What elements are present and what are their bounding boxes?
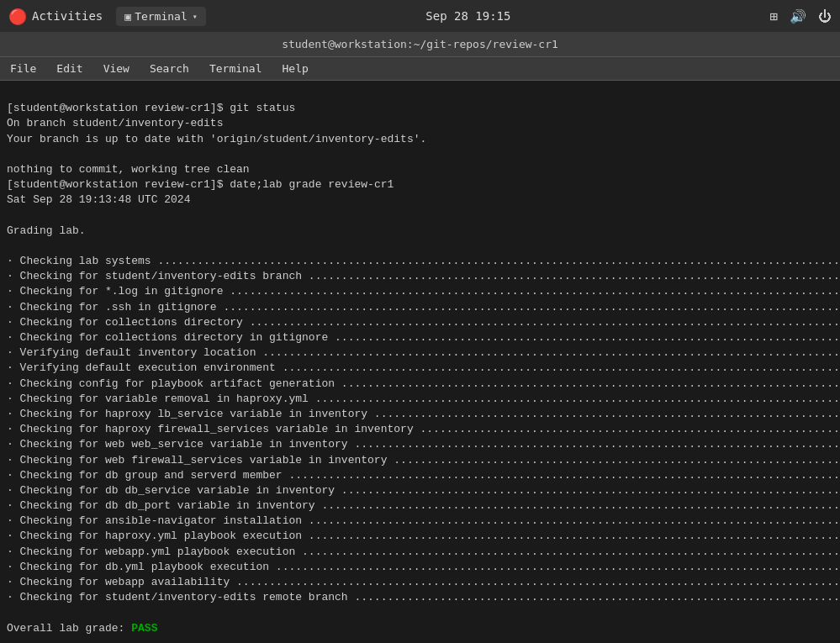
system-bar-left: 🔴 Activities ▣ Terminal ▾ [8,7,206,26]
system-bar: 🔴 Activities ▣ Terminal ▾ Sep 28 19:15 ⊞… [0,0,840,32]
menu-file[interactable]: File [7,61,40,76]
terminal-line: · Checking for haproxy firewall_services… [7,422,833,437]
terminal-tab-label: Terminal [135,10,188,23]
terminal-content[interactable]: [student@workstation review-cr1]$ git st… [0,81,840,643]
terminal-line: · Checking for webapp availability .....… [7,575,833,590]
volume-icon[interactable]: 🔊 [790,8,806,24]
system-bar-datetime: Sep 28 19:15 [206,9,731,23]
activities-icon: 🔴 [8,8,27,25]
window-title: student@workstation:~/git-repos/review-c… [282,38,558,50]
terminal-line: Sat Sep 28 19:13:48 UTC 2024 [7,192,833,208]
terminal-small-icon: ▣ [124,10,131,23]
menu-edit[interactable]: Edit [53,61,86,76]
terminal-line: · Checking for db.yml playbook execution… [7,560,833,575]
power-icon[interactable]: ⏻ [818,8,832,24]
terminal-line: · Checking for *.log in gitignore ......… [7,284,833,299]
terminal-line: nothing to commit, working tree clean [7,162,833,177]
terminal-line: · Checking for db db_port variable in in… [7,498,833,514]
terminal-line: · Checking for haproxy.yml playbook exec… [7,529,833,544]
network-icon[interactable]: ⊞ [769,8,778,24]
menu-terminal[interactable]: Terminal [206,61,266,76]
menu-view[interactable]: View [100,61,133,76]
terminal-line: · Checking lab systems .................… [7,254,833,269]
window-titlebar: student@workstation:~/git-repos/review-c… [0,32,840,57]
system-bar-right: ⊞ 🔊 ⏻ [731,8,832,24]
activities-label[interactable]: Activities [32,9,103,23]
terminal-line: · Checking for student/inventory-edits r… [7,590,833,605]
terminal-line: · Checking for student/inventory-edits b… [7,269,833,284]
terminal-line: · Checking for .ssh in gitignore .......… [7,300,833,315]
terminal-line: · Checking for ansible-navigator install… [7,514,833,529]
terminal-line: · Checking for web firewall_services var… [7,453,833,468]
terminal-line: Your branch is up to date with 'origin/s… [7,132,833,147]
terminal-line: [student@workstation review-cr1]$ date;l… [7,177,833,192]
terminal-line: · Checking for db group and serverd memb… [7,468,833,483]
terminal-line: · Checking for variable removal in hapro… [7,392,833,407]
terminal-line: · Checking for haproxy lb_service variab… [7,407,833,422]
terminal-line: · Checking for collections directory in … [7,330,833,345]
terminal-line [7,605,833,620]
terminal-line [7,147,833,162]
terminal-line: · Checking for collections directory ...… [7,315,833,330]
terminal-line: On branch student/inventory-edits [7,116,833,131]
terminal-tab[interactable]: ▣ Terminal ▾ [116,7,205,26]
terminal-chevron-icon: ▾ [193,12,198,21]
terminal-line: · Checking config for playbook artifact … [7,377,833,392]
terminal-line: [student@workstation review-cr1]$ git st… [7,101,833,116]
menu-search[interactable]: Search [146,61,193,76]
datetime-label: Sep 28 19:15 [425,9,510,23]
terminal-line [7,208,833,224]
terminal-line [7,239,833,254]
terminal-line: Grading lab. [7,224,833,239]
menu-help[interactable]: Help [279,61,312,76]
terminal-line: · Checking for webapp.yml playbook execu… [7,545,833,560]
terminal-line: · Checking for db db_service variable in… [7,483,833,498]
terminal-line: Overall lab grade: PASS [7,621,833,636]
menu-bar: File Edit View Search Terminal Help [0,57,840,81]
terminal-line: · Verifying default inventory location .… [7,345,833,361]
terminal-line [7,636,833,643]
terminal-line: · Verifying default execution environmen… [7,361,833,376]
terminal-line: · Checking for web web_service variable … [7,437,833,452]
